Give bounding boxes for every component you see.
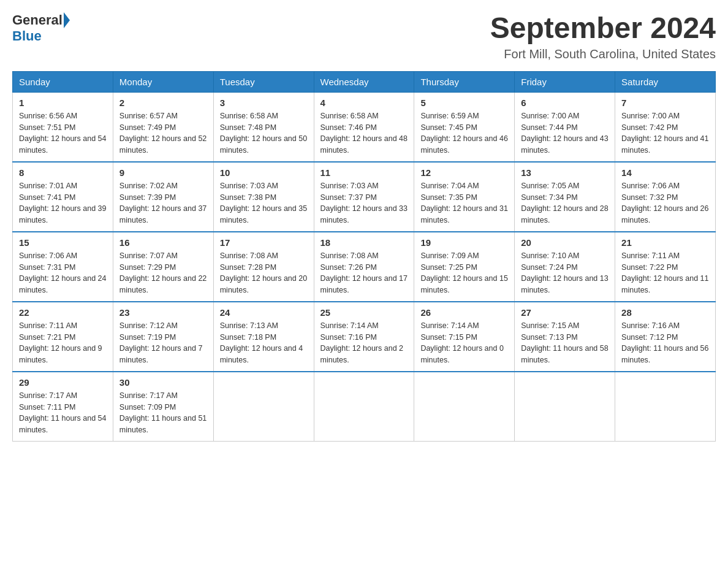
day-info: Sunrise: 7:06 AMSunset: 7:32 PMDaylight:… [621, 180, 709, 226]
calendar-cell: 4Sunrise: 6:58 AMSunset: 7:46 PMDaylight… [314, 92, 414, 162]
calendar-cell: 25Sunrise: 7:14 AMSunset: 7:16 PMDayligh… [314, 302, 414, 372]
day-number: 19 [420, 237, 508, 248]
calendar-cell: 20Sunrise: 7:10 AMSunset: 7:24 PMDayligh… [515, 232, 615, 302]
calendar-cell: 16Sunrise: 7:07 AMSunset: 7:29 PMDayligh… [113, 232, 213, 302]
calendar-cell [213, 372, 314, 442]
calendar-cell: 11Sunrise: 7:03 AMSunset: 7:37 PMDayligh… [314, 162, 414, 232]
day-number: 24 [220, 307, 308, 318]
calendar-cell: 21Sunrise: 7:11 AMSunset: 7:22 PMDayligh… [615, 232, 716, 302]
day-number: 5 [420, 98, 508, 108]
day-info: Sunrise: 7:08 AMSunset: 7:26 PMDaylight:… [320, 250, 408, 296]
title-block: September 2024 Fort Mill, South Carolina… [490, 12, 716, 61]
day-info: Sunrise: 7:00 AMSunset: 7:42 PMDaylight:… [621, 110, 709, 156]
calendar-cell: 28Sunrise: 7:16 AMSunset: 7:12 PMDayligh… [615, 302, 716, 372]
day-info: Sunrise: 7:04 AMSunset: 7:35 PMDaylight:… [420, 180, 508, 226]
calendar-cell: 1Sunrise: 6:56 AMSunset: 7:51 PMDaylight… [13, 92, 113, 162]
day-number: 6 [521, 98, 609, 108]
weekday-header-friday: Friday [515, 71, 615, 92]
day-number: 7 [621, 98, 709, 108]
calendar-cell: 8Sunrise: 7:01 AMSunset: 7:41 PMDaylight… [13, 162, 113, 232]
calendar-cell: 24Sunrise: 7:13 AMSunset: 7:18 PMDayligh… [213, 302, 314, 372]
calendar-cell: 17Sunrise: 7:08 AMSunset: 7:28 PMDayligh… [213, 232, 314, 302]
calendar-cell [515, 372, 615, 442]
day-number: 25 [320, 307, 408, 318]
day-info: Sunrise: 7:15 AMSunset: 7:13 PMDaylight:… [521, 320, 609, 366]
day-info: Sunrise: 7:06 AMSunset: 7:31 PMDaylight:… [19, 250, 107, 296]
weekday-header-saturday: Saturday [615, 71, 716, 92]
weekday-header-monday: Monday [113, 71, 213, 92]
day-number: 9 [119, 167, 207, 178]
day-info: Sunrise: 7:11 AMSunset: 7:22 PMDaylight:… [621, 250, 709, 296]
calendar-cell [414, 372, 515, 442]
day-info: Sunrise: 7:13 AMSunset: 7:18 PMDaylight:… [220, 320, 308, 366]
day-info: Sunrise: 7:05 AMSunset: 7:34 PMDaylight:… [521, 180, 609, 226]
calendar-week-2: 8Sunrise: 7:01 AMSunset: 7:41 PMDaylight… [13, 162, 716, 232]
calendar-week-1: 1Sunrise: 6:56 AMSunset: 7:51 PMDaylight… [13, 92, 716, 162]
calendar-cell: 22Sunrise: 7:11 AMSunset: 7:21 PMDayligh… [13, 302, 113, 372]
calendar-cell: 6Sunrise: 7:00 AMSunset: 7:44 PMDaylight… [515, 92, 615, 162]
day-number: 23 [119, 307, 207, 318]
calendar-cell: 13Sunrise: 7:05 AMSunset: 7:34 PMDayligh… [515, 162, 615, 232]
page-header: General Blue September 2024 Fort Mill, S… [12, 12, 716, 61]
day-info: Sunrise: 7:09 AMSunset: 7:25 PMDaylight:… [420, 250, 508, 296]
day-info: Sunrise: 6:56 AMSunset: 7:51 PMDaylight:… [19, 110, 107, 156]
calendar-table: SundayMondayTuesdayWednesdayThursdayFrid… [12, 71, 716, 442]
calendar-cell [314, 372, 414, 442]
calendar-cell: 14Sunrise: 7:06 AMSunset: 7:32 PMDayligh… [615, 162, 716, 232]
day-info: Sunrise: 7:01 AMSunset: 7:41 PMDaylight:… [19, 180, 107, 226]
calendar-cell: 9Sunrise: 7:02 AMSunset: 7:39 PMDaylight… [113, 162, 213, 232]
calendar-cell: 18Sunrise: 7:08 AMSunset: 7:26 PMDayligh… [314, 232, 414, 302]
day-number: 14 [621, 167, 709, 178]
day-info: Sunrise: 6:57 AMSunset: 7:49 PMDaylight:… [119, 110, 207, 156]
day-number: 1 [19, 98, 107, 108]
day-number: 16 [119, 237, 207, 248]
day-number: 27 [521, 307, 609, 318]
day-number: 17 [220, 237, 308, 248]
day-info: Sunrise: 6:59 AMSunset: 7:45 PMDaylight:… [420, 110, 508, 156]
calendar-cell: 29Sunrise: 7:17 AMSunset: 7:11 PMDayligh… [13, 372, 113, 442]
day-info: Sunrise: 7:14 AMSunset: 7:15 PMDaylight:… [420, 320, 508, 366]
day-number: 4 [320, 98, 408, 108]
calendar-cell: 15Sunrise: 7:06 AMSunset: 7:31 PMDayligh… [13, 232, 113, 302]
day-info: Sunrise: 7:17 AMSunset: 7:11 PMDaylight:… [19, 390, 107, 436]
calendar-cell: 5Sunrise: 6:59 AMSunset: 7:45 PMDaylight… [414, 92, 515, 162]
day-info: Sunrise: 7:00 AMSunset: 7:44 PMDaylight:… [521, 110, 609, 156]
location-title: Fort Mill, South Carolina, United States [490, 47, 716, 61]
day-info: Sunrise: 6:58 AMSunset: 7:48 PMDaylight:… [220, 110, 308, 156]
calendar-cell: 10Sunrise: 7:03 AMSunset: 7:38 PMDayligh… [213, 162, 314, 232]
calendar-cell: 27Sunrise: 7:15 AMSunset: 7:13 PMDayligh… [515, 302, 615, 372]
day-number: 8 [19, 167, 107, 178]
calendar-cell: 7Sunrise: 7:00 AMSunset: 7:42 PMDaylight… [615, 92, 716, 162]
day-number: 28 [621, 307, 709, 318]
day-number: 2 [119, 98, 207, 108]
logo-arrow-icon [64, 12, 70, 28]
logo-general-text: General [12, 12, 63, 28]
calendar-week-3: 15Sunrise: 7:06 AMSunset: 7:31 PMDayligh… [13, 232, 716, 302]
day-number: 22 [19, 307, 107, 318]
logo-blue-text: Blue [12, 28, 42, 44]
calendar-cell: 30Sunrise: 7:17 AMSunset: 7:09 PMDayligh… [113, 372, 213, 442]
day-number: 26 [420, 307, 508, 318]
day-info: Sunrise: 7:02 AMSunset: 7:39 PMDaylight:… [119, 180, 207, 226]
month-title: September 2024 [490, 12, 716, 45]
day-info: Sunrise: 7:07 AMSunset: 7:29 PMDaylight:… [119, 250, 207, 296]
day-info: Sunrise: 7:03 AMSunset: 7:38 PMDaylight:… [220, 180, 308, 226]
day-info: Sunrise: 7:08 AMSunset: 7:28 PMDaylight:… [220, 250, 308, 296]
day-info: Sunrise: 7:14 AMSunset: 7:16 PMDaylight:… [320, 320, 408, 366]
day-info: Sunrise: 7:17 AMSunset: 7:09 PMDaylight:… [119, 390, 207, 436]
weekday-header-thursday: Thursday [414, 71, 515, 92]
calendar-cell: 3Sunrise: 6:58 AMSunset: 7:48 PMDaylight… [213, 92, 314, 162]
calendar-cell: 2Sunrise: 6:57 AMSunset: 7:49 PMDaylight… [113, 92, 213, 162]
weekday-header-tuesday: Tuesday [213, 71, 314, 92]
day-number: 18 [320, 237, 408, 248]
day-info: Sunrise: 7:11 AMSunset: 7:21 PMDaylight:… [19, 320, 107, 366]
day-number: 29 [19, 377, 107, 388]
weekday-header-wednesday: Wednesday [314, 71, 414, 92]
day-number: 10 [220, 167, 308, 178]
calendar-cell: 26Sunrise: 7:14 AMSunset: 7:15 PMDayligh… [414, 302, 515, 372]
calendar-week-5: 29Sunrise: 7:17 AMSunset: 7:11 PMDayligh… [13, 372, 716, 442]
day-info: Sunrise: 7:10 AMSunset: 7:24 PMDaylight:… [521, 250, 609, 296]
day-info: Sunrise: 7:16 AMSunset: 7:12 PMDaylight:… [621, 320, 709, 366]
day-info: Sunrise: 7:03 AMSunset: 7:37 PMDaylight:… [320, 180, 408, 226]
day-number: 21 [621, 237, 709, 248]
